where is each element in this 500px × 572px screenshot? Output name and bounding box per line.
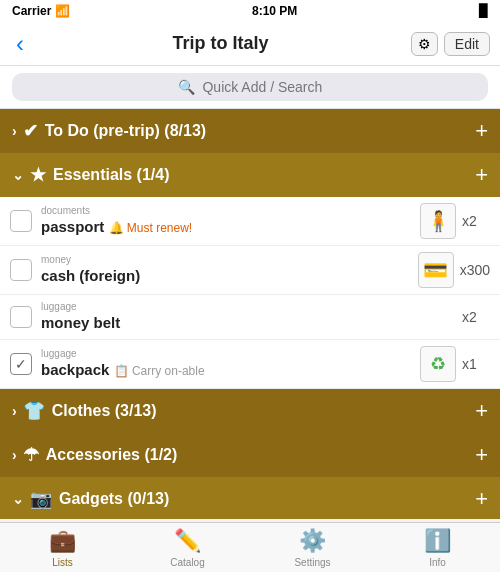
info-icon: ℹ️	[424, 528, 451, 554]
item-passport: documents passport 🔔 Must renew! 🧍 x2	[0, 197, 500, 246]
section-clothes-label: Clothes (3/13)	[52, 402, 157, 420]
back-button[interactable]: ‹	[10, 30, 30, 58]
item-cash-content: money cash (foreign)	[41, 254, 418, 286]
section-todo[interactable]: › ✔ To Do (pre-trip) (8/13) +	[0, 109, 500, 153]
lists-icon: 💼	[49, 528, 76, 554]
checkbox-passport[interactable]	[10, 210, 32, 232]
add-gadgets-button[interactable]: +	[475, 486, 488, 512]
content-area: › ✔ To Do (pre-trip) (8/13) + ⌄ ★ Essent…	[0, 109, 500, 519]
item-cash-image: 💳	[418, 252, 454, 288]
add-accessories-button[interactable]: +	[475, 442, 488, 468]
add-essentials-button[interactable]: +	[475, 162, 488, 188]
item-passport-qty: x2	[462, 213, 490, 229]
accessories-icon: ☂	[23, 444, 39, 466]
tab-catalog[interactable]: ✏️ Catalog	[125, 523, 250, 572]
tab-settings-label: Settings	[294, 557, 330, 568]
tab-settings[interactable]: ⚙️ Settings	[250, 523, 375, 572]
edit-button[interactable]: Edit	[444, 32, 490, 56]
item-cash: money cash (foreign) 💳 x300	[0, 246, 500, 295]
section-essentials[interactable]: ⌄ ★ Essentials (1/4) +	[0, 153, 500, 197]
tab-catalog-label: Catalog	[170, 557, 204, 568]
todo-icon: ✔	[23, 120, 38, 142]
item-backpack-note: 📋 Carry on-able	[114, 364, 205, 378]
section-todo-label: To Do (pre-trip) (8/13)	[45, 122, 206, 140]
item-backpack-category: luggage	[41, 348, 420, 360]
status-bar: Carrier 📶 8:10 PM ▉	[0, 0, 500, 22]
item-backpack-meta: ♻ x1	[420, 346, 490, 382]
add-clothes-button[interactable]: +	[475, 398, 488, 424]
tab-bar: 💼 Lists ✏️ Catalog ⚙️ Settings ℹ️ Info	[0, 522, 500, 572]
section-gadgets[interactable]: ⌄ 📷 Gadgets (0/13) +	[0, 477, 500, 520]
chevron-right-icon: ›	[12, 123, 17, 139]
battery-icon: ▉	[479, 4, 488, 18]
search-bar	[0, 66, 500, 109]
add-todo-button[interactable]: +	[475, 118, 488, 144]
section-clothes[interactable]: › 👕 Clothes (3/13) +	[0, 389, 500, 433]
accessories-chevron-icon: ›	[12, 447, 17, 463]
gadgets-icon: 📷	[30, 488, 52, 510]
item-cash-meta: 💳 x300	[418, 252, 490, 288]
item-moneybelt-qty: x2	[462, 309, 490, 325]
tab-info[interactable]: ℹ️ Info	[375, 523, 500, 572]
section-gadgets-label: Gadgets (0/13)	[59, 490, 169, 508]
catalog-icon: ✏️	[174, 528, 201, 554]
settings-tab-icon: ⚙️	[299, 528, 326, 554]
item-passport-content: documents passport 🔔 Must renew!	[41, 205, 420, 237]
item-passport-image: 🧍	[420, 203, 456, 239]
status-time: 8:10 PM	[252, 4, 297, 18]
search-input[interactable]	[12, 73, 488, 101]
item-backpack-image: ♻	[420, 346, 456, 382]
essentials-icon: ★	[30, 164, 46, 186]
item-moneybelt-content: luggage money belt	[41, 301, 462, 333]
tab-lists[interactable]: 💼 Lists	[0, 523, 125, 572]
item-cash-category: money	[41, 254, 418, 266]
item-moneybelt-meta: x2	[462, 309, 490, 325]
item-passport-note: 🔔 Must renew!	[109, 221, 193, 235]
wifi-icon: 📶	[55, 4, 70, 18]
checkbox-backpack[interactable]	[10, 353, 32, 375]
carrier-label: Carrier	[12, 4, 51, 18]
item-passport-meta: 🧍 x2	[420, 203, 490, 239]
section-accessories-label: Accessories (1/2)	[46, 446, 178, 464]
checkbox-cash[interactable]	[10, 259, 32, 281]
item-backpack-qty: x1	[462, 356, 490, 372]
carrier-info: Carrier 📶	[12, 4, 70, 18]
item-moneybelt-name: money belt	[41, 313, 462, 333]
nav-actions: ⚙ Edit	[411, 32, 490, 56]
item-backpack-content: luggage backpack 📋 Carry on-able	[41, 348, 420, 380]
battery-indicator: ▉	[479, 4, 488, 18]
item-moneybelt-category: luggage	[41, 301, 462, 313]
chevron-down-icon: ⌄	[12, 167, 24, 183]
settings-button[interactable]: ⚙	[411, 32, 438, 56]
nav-bar: ‹ Trip to Italy ⚙ Edit	[0, 22, 500, 66]
item-moneybelt: luggage money belt x2	[0, 295, 500, 340]
item-cash-name: cash (foreign)	[41, 266, 418, 286]
section-accessories[interactable]: › ☂ Accessories (1/2) +	[0, 433, 500, 477]
clothes-icon: 👕	[23, 400, 45, 422]
tab-info-label: Info	[429, 557, 446, 568]
item-passport-category: documents	[41, 205, 420, 217]
gadgets-chevron-icon: ⌄	[12, 491, 24, 507]
item-passport-name: passport 🔔 Must renew!	[41, 217, 420, 237]
clothes-chevron-icon: ›	[12, 403, 17, 419]
section-essentials-label: Essentials (1/4)	[53, 166, 170, 184]
checkbox-moneybelt[interactable]	[10, 306, 32, 328]
page-title: Trip to Italy	[172, 33, 268, 54]
tab-lists-label: Lists	[52, 557, 73, 568]
item-backpack-name: backpack 📋 Carry on-able	[41, 360, 420, 380]
item-backpack: luggage backpack 📋 Carry on-able ♻ x1	[0, 340, 500, 389]
item-cash-qty: x300	[460, 262, 490, 278]
